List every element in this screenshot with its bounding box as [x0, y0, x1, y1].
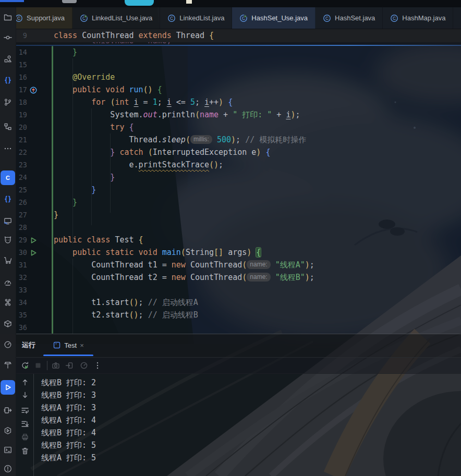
code-text: public class Test { — [54, 234, 143, 246]
override-gutter-icon[interactable] — [29, 86, 38, 94]
class-icon: C — [323, 14, 331, 22]
svg-text:C: C — [6, 175, 10, 181]
svg-text:C: C — [17, 16, 20, 21]
c-plugin-icon[interactable]: C — [1, 170, 15, 185]
tab-label: HashSet_Use.java — [251, 14, 308, 22]
attach-button[interactable] — [65, 361, 74, 370]
problems-icon[interactable] — [1, 461, 15, 476]
structure-icon[interactable] — [1, 52, 15, 66]
parameter-hint: name: — [247, 273, 270, 282]
line-number: 20 — [16, 121, 27, 133]
code-line-36: 36 — [16, 321, 461, 334]
print-button[interactable] — [21, 433, 29, 441]
dependencies-icon[interactable] — [1, 295, 15, 310]
tab-Support.java[interactable]: C Support.java — [16, 7, 72, 29]
braces-plugin-icon[interactable] — [1, 73, 15, 88]
tab-HashSet.java[interactable]: C HashSet.java — [316, 7, 383, 29]
code-line-22: 22 } catch (InterruptedException e) { — [16, 146, 461, 158]
package-icon[interactable] — [1, 316, 15, 331]
line-number: 19 — [16, 108, 27, 121]
code-text: public static void main(String[] args) { — [54, 246, 261, 259]
run-tool-icon[interactable] — [1, 380, 15, 395]
meter-icon[interactable] — [1, 337, 15, 352]
code-text: } — [54, 184, 96, 196]
tab-label: LinkedList_Use.java — [92, 14, 152, 22]
braces-plugin-2-icon[interactable] — [1, 192, 15, 206]
tab-label: Support.java — [27, 14, 65, 22]
code-line-24: 24 } — [16, 171, 461, 184]
scroll-up-button[interactable] — [21, 378, 29, 386]
console-line: 线程A 打印: 5 — [41, 451, 96, 464]
profiler-icon[interactable] — [1, 275, 15, 289]
scroll-to-end-button[interactable] — [21, 420, 29, 428]
line-number: 18 — [16, 96, 27, 108]
run-console[interactable]: 线程B 打印: 2线程B 打印: 3线程A 打印: 3线程A 打印: 4线程B … — [16, 373, 461, 476]
code-line-20: 20 try { — [16, 121, 461, 133]
code-text: CountThread t2 = new CountThread(name: "… — [54, 271, 314, 284]
code-line-26: 26 } — [16, 196, 461, 209]
profile-button[interactable] — [80, 361, 88, 370]
remote-dev-icon[interactable] — [1, 214, 15, 228]
code-line-32: 32 CountThread t2 = new CountThread(name… — [16, 271, 461, 284]
cart-plugin-icon[interactable] — [1, 253, 15, 267]
rerun-button[interactable] — [21, 361, 29, 370]
stop-button[interactable] — [34, 361, 42, 370]
code-line-33: 33 — [16, 284, 461, 296]
sticky-header-line: 9 class CountThread extends Thread { — [16, 29, 461, 42]
tab-label: LinkedList.java — [179, 14, 224, 22]
project-folder-icon[interactable] — [1, 10, 15, 25]
code-line-19: 19 System.out.println(name + " 打印: " + i… — [16, 108, 461, 121]
line-number: 17 — [16, 83, 27, 96]
run-gutter-icon[interactable] — [29, 236, 38, 244]
run-anything-icon[interactable] — [1, 403, 15, 418]
line-number: 34 — [16, 296, 27, 309]
soft-wrap-button[interactable] — [21, 406, 29, 414]
line-number: 14 — [16, 46, 27, 58]
cat-plugin-icon[interactable] — [1, 233, 15, 247]
run-tab-test[interactable]: Test × — [43, 334, 93, 356]
console-line: 线程B 打印: 4 — [41, 426, 96, 439]
more-options-button[interactable] — [93, 361, 102, 370]
code-editor[interactable]: 14 }1516 @Override17 public void run() {… — [16, 29, 461, 334]
code-line-17: 17 public void run() { — [16, 83, 461, 96]
tab-HashSet_Use.java[interactable]: C HashSet_Use.java — [232, 7, 316, 29]
line-number: 25 — [16, 184, 27, 196]
code-text: } — [54, 46, 77, 58]
tab-label: HashMap.java — [402, 14, 445, 22]
services-icon[interactable] — [1, 423, 15, 438]
commit-icon[interactable] — [1, 30, 15, 45]
class-icon: C — [390, 14, 398, 22]
scroll-down-button[interactable] — [21, 391, 29, 399]
line-number: 22 — [16, 146, 27, 158]
terminal-icon[interactable] — [1, 443, 15, 457]
console-line: 线程B 打印: 5 — [41, 439, 96, 451]
code-text: Thread.sleep(millis: 500); // 模拟耗时操作 — [54, 133, 306, 146]
tab-label: HashSet.java — [335, 14, 375, 22]
hierarchy-icon[interactable] — [1, 119, 15, 134]
parameter-hint: millis: — [190, 135, 212, 144]
line-number: 15 — [16, 58, 27, 71]
tab-LinkedList_Use.java[interactable]: C LinkedList_Use.java — [72, 7, 160, 29]
code-line-16: 16 @Override — [16, 71, 461, 83]
tab-LinkedList.java[interactable]: C LinkedList.java — [160, 7, 232, 29]
run-gutter-icon[interactable] — [29, 248, 38, 257]
run-tab-close-icon[interactable]: × — [80, 341, 84, 349]
tab-HashMap.java[interactable]: C HashMap.java — [383, 7, 453, 29]
branch-icon[interactable] — [1, 95, 15, 109]
clear-console-button[interactable] — [21, 447, 29, 455]
svg-text:C: C — [393, 16, 396, 21]
snapshot-button[interactable] — [52, 361, 60, 370]
more-tools-icon[interactable] — [1, 141, 15, 156]
sticky-separator — [16, 45, 461, 46]
code-text: t2.start(); // 启动线程B — [54, 309, 198, 321]
code-line-31: 31 CountThread t1 = new CountThread(name… — [16, 259, 461, 271]
run-panel-header: 运行 Test × — [16, 334, 461, 358]
run-tab-label: Test — [64, 341, 77, 349]
editor-tab-bar: C Support.java C LinkedList_Use.java C L… — [16, 7, 461, 29]
code-text: t1.start(); // 启动线程A — [54, 296, 198, 309]
console-line: 线程B 打印: 2 — [41, 376, 96, 389]
line-number: 35 — [16, 309, 27, 321]
build-hammer-icon[interactable] — [1, 358, 15, 372]
code-text: } — [54, 171, 115, 184]
code-text: CountThread t1 = new CountThread(name: "… — [54, 259, 314, 271]
